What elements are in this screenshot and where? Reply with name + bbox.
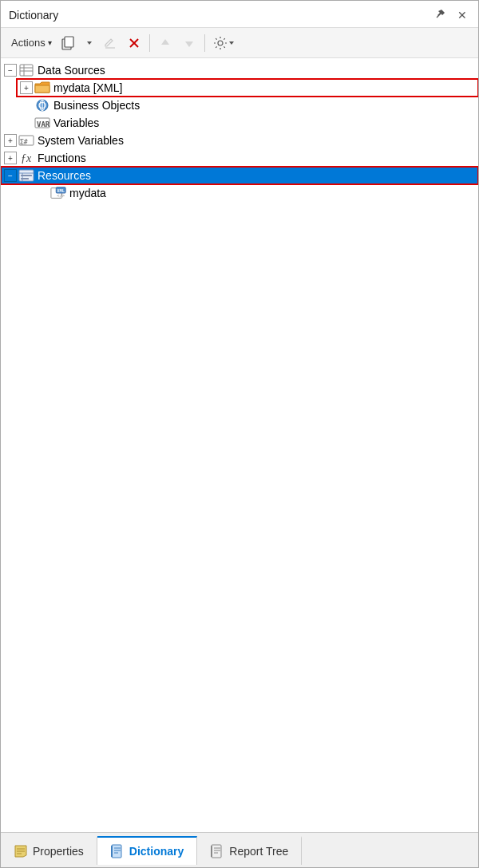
tab-report-tree[interactable]: Report Tree <box>197 836 302 865</box>
svg-text:VAR: VAR <box>37 120 50 128</box>
tree-item-system-variables[interactable]: + Σ# System Variables <box>1 132 478 149</box>
business-objects-icon <box>34 98 50 112</box>
tree-item-functions[interactable]: + ƒx Functions <box>1 149 478 167</box>
edit-button[interactable] <box>99 34 121 53</box>
tree-item-data-sources[interactable]: − Data Sources <box>1 61 478 79</box>
separator-1 <box>149 34 150 52</box>
tree-area: − Data Sources + mydata [XML] <box>1 58 478 832</box>
system-variables-label: System Variables <box>38 134 124 147</box>
move-down-button[interactable] <box>178 34 200 53</box>
dictionary-tab-label: Dictionary <box>129 845 184 858</box>
window-title: Dictionary <box>9 9 58 22</box>
pin-button[interactable] <box>432 6 449 23</box>
settings-button[interactable] <box>209 34 240 53</box>
report-tree-tab-label: Report Tree <box>229 845 288 858</box>
folder-icon <box>34 81 50 95</box>
tab-properties[interactable]: Properties <box>1 836 97 865</box>
expand-resources[interactable]: − <box>4 169 17 182</box>
svg-rect-7 <box>20 65 33 76</box>
tree-item-mydata-xml[interactable]: + mydata [XML] <box>17 79 478 97</box>
mydata-xml-label: mydata [XML] <box>53 81 122 94</box>
actions-button[interactable]: Actions <box>7 34 56 51</box>
svg-point-6 <box>218 41 223 45</box>
tab-dictionary[interactable]: Dictionary <box>97 836 197 865</box>
delete-button[interactable] <box>123 34 145 53</box>
properties-tab-icon <box>14 844 28 858</box>
svg-rect-37 <box>211 846 212 857</box>
resources-icon <box>18 168 34 183</box>
mydata-label: mydata <box>69 187 106 199</box>
svg-rect-2 <box>65 37 73 47</box>
tree-item-mydata[interactable]: XML </> mydata <box>1 184 478 202</box>
tree-item-variables[interactable]: VAR Variables <box>1 114 478 132</box>
functions-label: Functions <box>38 152 86 164</box>
separator-2 <box>204 34 205 52</box>
toolbar: Actions <box>1 28 478 58</box>
title-bar: Dictionary ✕ <box>1 1 478 28</box>
variables-label: Variables <box>53 116 99 129</box>
properties-tab-label: Properties <box>33 845 84 858</box>
move-up-button[interactable] <box>154 34 176 53</box>
dictionary-tab-icon <box>110 844 125 858</box>
svg-text:Σ#: Σ# <box>20 139 28 146</box>
system-variables-icon: Σ# <box>18 133 34 148</box>
business-objects-label: Business Objects <box>53 99 140 112</box>
window-controls: ✕ <box>432 6 470 23</box>
svg-rect-31 <box>112 845 121 858</box>
expand-data-sources[interactable]: − <box>4 64 17 77</box>
close-button[interactable]: ✕ <box>454 7 470 23</box>
expand-functions[interactable]: + <box>4 152 17 164</box>
expand-mydata-xml[interactable]: + <box>20 81 33 94</box>
svg-text:ƒx: ƒx <box>21 152 32 164</box>
variables-icon: VAR <box>34 116 50 130</box>
data-sources-label: Data Sources <box>38 64 105 77</box>
copy-dropdown-button[interactable] <box>81 37 97 49</box>
copy-button[interactable] <box>57 34 80 53</box>
xml-file-icon: XML </> <box>50 186 66 200</box>
actions-label: Actions <box>11 37 46 49</box>
tree-item-business-objects[interactable]: Business Objects <box>1 97 478 114</box>
expand-system-variables[interactable]: + <box>4 134 17 147</box>
tab-bar: Properties Dictionary Report Tree <box>1 832 478 867</box>
tree-item-resources[interactable]: − Resources <box>1 167 478 184</box>
svg-rect-32 <box>111 846 113 857</box>
svg-rect-22 <box>21 175 32 176</box>
svg-text:</>: </> <box>57 193 65 198</box>
report-tree-tab-icon <box>210 844 224 858</box>
resources-label: Resources <box>38 169 91 182</box>
svg-rect-23 <box>21 178 29 180</box>
datasources-icon <box>18 63 34 77</box>
svg-rect-36 <box>212 845 221 858</box>
functions-icon: ƒx <box>18 151 34 165</box>
